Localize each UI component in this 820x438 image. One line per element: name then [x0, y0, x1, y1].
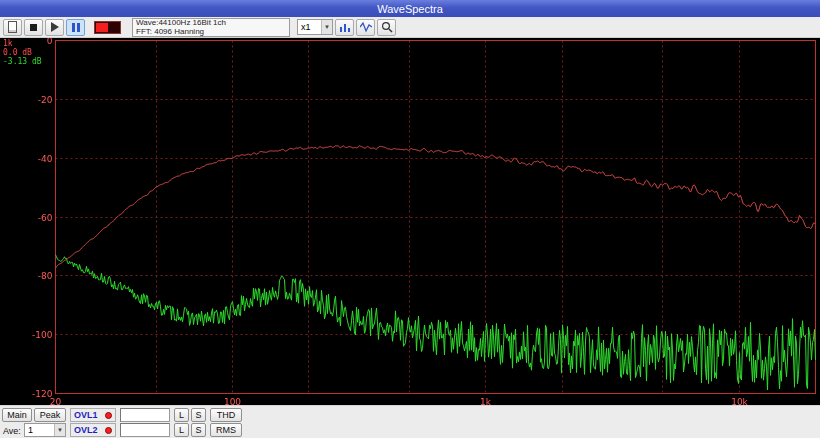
- stop-button[interactable]: [24, 19, 43, 36]
- chevron-down-icon: ▼: [54, 424, 65, 436]
- play-button[interactable]: [45, 19, 64, 36]
- toolbar: Wave:44100Hz 16Bit 1ch FFT: 4096 Hanning…: [0, 17, 820, 38]
- ovl1-file-field[interactable]: [120, 408, 170, 422]
- play-icon: [51, 22, 59, 32]
- fft-settings-text: FFT: 4096 Hanning: [136, 27, 286, 36]
- zoom-value: x1: [301, 22, 311, 32]
- wavespectra-window: { "window": { "title": "WaveSpectra" }, …: [0, 0, 820, 438]
- thd-button[interactable]: THD: [210, 408, 242, 422]
- ovl2-l-button[interactable]: L: [174, 423, 189, 437]
- ovl2-led-indicator: [105, 427, 112, 434]
- magnifier-icon: [381, 21, 393, 33]
- ovl1-label: OVL1: [74, 410, 98, 420]
- spectrum-display-area: 1k 0.0 dB -3.13 dB: [0, 38, 820, 405]
- pause-icon: [72, 23, 80, 32]
- readout-green-level: -3.13 dB: [3, 57, 42, 66]
- readout-red-level: 0.0 dB: [3, 48, 42, 57]
- wave-format-text: Wave:44100Hz 16Bit 1ch: [136, 18, 286, 27]
- bar-chart-icon: [339, 21, 351, 33]
- document-icon: [8, 21, 17, 33]
- ave-select[interactable]: 1 ▼: [24, 423, 66, 437]
- ovl1-l-button[interactable]: L: [174, 408, 189, 422]
- wave-info-panel: Wave:44100Hz 16Bit 1ch FFT: 4096 Hanning: [132, 18, 290, 37]
- ave-label: Ave:: [3, 426, 21, 436]
- open-file-button[interactable]: [3, 19, 22, 36]
- spectrum-plot[interactable]: [0, 38, 820, 405]
- level-indicator: [94, 21, 121, 34]
- spectrum-view-button[interactable]: [335, 19, 354, 36]
- ovl1-toggle[interactable]: OVL1: [70, 408, 116, 422]
- chevron-down-icon: ▼: [321, 20, 332, 34]
- zoom-select[interactable]: x1 ▼: [297, 19, 333, 35]
- title-bar: WaveSpectra: [0, 0, 820, 17]
- stop-icon: [30, 24, 37, 31]
- pause-button[interactable]: [66, 19, 85, 36]
- ovl2-label: OVL2: [74, 425, 98, 435]
- rms-button[interactable]: RMS: [210, 423, 242, 437]
- ovl1-led-indicator: [105, 412, 112, 419]
- ovl2-s-button[interactable]: S: [191, 423, 206, 437]
- readout-frequency: 1k: [3, 39, 42, 48]
- main-button[interactable]: Main: [2, 408, 32, 422]
- zoom-tool-button[interactable]: [377, 19, 396, 36]
- waveform-icon: [360, 21, 372, 33]
- waveform-view-button[interactable]: [356, 19, 375, 36]
- bottom-control-bar: Main Peak Ave: 1 ▼ OVL1 L S THD OVL2 L S…: [0, 405, 820, 438]
- ovl1-s-button[interactable]: S: [191, 408, 206, 422]
- level-indicator-fill: [96, 23, 108, 32]
- ave-value: 1: [28, 425, 33, 435]
- ovl2-toggle[interactable]: OVL2: [70, 423, 116, 437]
- ovl2-file-field[interactable]: [120, 423, 170, 437]
- peak-button[interactable]: Peak: [34, 408, 66, 422]
- window-title: WaveSpectra: [377, 3, 443, 15]
- cursor-readout: 1k 0.0 dB -3.13 dB: [3, 39, 42, 66]
